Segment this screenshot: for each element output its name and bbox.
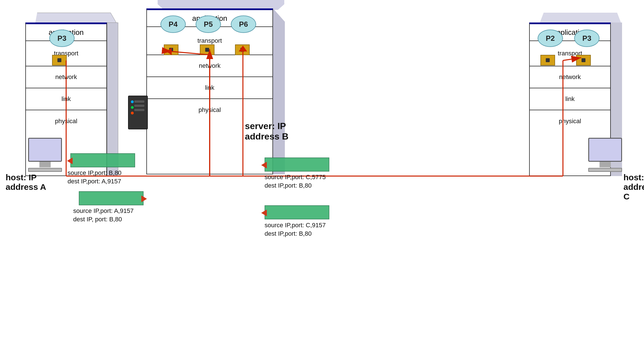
server-process-p5: P5 (196, 15, 221, 33)
host-a-physical-layer: physical (26, 110, 106, 132)
server-link-layer: link (147, 77, 272, 99)
host-c-link-layer: link (530, 88, 610, 110)
server-device-icon (128, 96, 148, 129)
packet-bar-4 (265, 205, 329, 219)
main-diagram: application transport network link physi… (0, 0, 644, 342)
packet-4-label: source IP,port: C,9157dest IP,port: B,80 (265, 221, 326, 238)
host-c-process-p2: P2 (538, 30, 563, 47)
host-c-network-layer: network (530, 66, 610, 88)
packet-bar-3 (265, 158, 329, 172)
server-network-layer: network (147, 55, 272, 77)
packet-3-label: source IP,port: C,5775dest IP,port: B,80 (265, 173, 326, 190)
server-socket-p6 (235, 44, 250, 55)
packet-bar-2 (79, 191, 144, 205)
host-a-network-layer: network (26, 66, 106, 88)
server-label: server: IPaddress B (245, 121, 289, 142)
host-a-socket (52, 55, 67, 66)
packet-1-label: source IP,port: B,80dest IP,port: A,9157 (68, 169, 122, 185)
server-physical-layer: physical (147, 99, 272, 121)
server-process-p6: P6 (231, 15, 256, 33)
packet-2-label: source IP,port: A,9157dest IP, port: B,8… (73, 207, 134, 223)
host-c-fold-top (540, 13, 621, 23)
host-c-physical-layer: physical (530, 110, 610, 132)
host-c-process-p3: P3 (574, 30, 600, 47)
host-c-computer (588, 138, 622, 172)
server-socket-p5 (200, 44, 214, 55)
packet-bar-1 (70, 153, 135, 167)
server-fold-right (273, 8, 285, 174)
server-process-p4: P4 (160, 15, 186, 33)
host-c-label: host: IPaddress C (623, 163, 644, 201)
server-socket-p4 (164, 44, 178, 55)
server-stack: application transport network link physi… (146, 8, 273, 174)
host-a-computer (28, 138, 62, 172)
host-a-process-p3: P3 (49, 30, 75, 47)
host-a-link-layer: link (26, 88, 106, 110)
host-a-fold-top (29, 13, 117, 23)
host-c-socket-p3 (576, 55, 591, 66)
host-c-socket-p2 (540, 55, 555, 66)
